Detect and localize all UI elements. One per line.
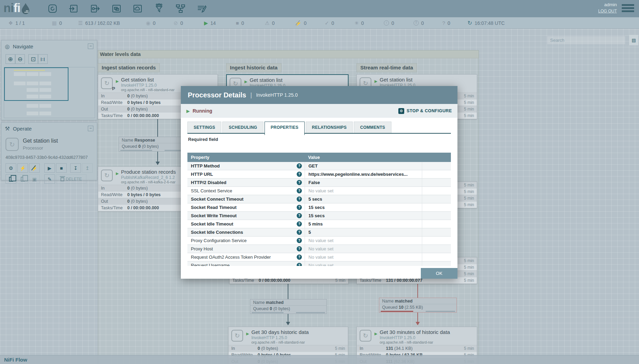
property-row[interactable]: Proxy Host ? No value set <box>187 245 451 253</box>
help-icon[interactable]: ? <box>297 172 302 177</box>
property-row[interactable]: Socket Connect Timeout ? 5 secs <box>187 195 451 203</box>
logout-link[interactable]: LOG OUT <box>598 9 617 13</box>
dialog-tab[interactable]: PROPERTIES <box>265 122 305 135</box>
running-status-icon: ▶ <box>186 108 190 114</box>
total-queued: ☰ 613 / 162.02 KB <box>78 17 120 29</box>
property-value: 5 <box>308 230 311 235</box>
help-icon[interactable]: ? <box>297 180 302 185</box>
remote-process-group-draggable-icon[interactable] <box>132 3 143 15</box>
zoom-actual-size-button[interactable]: |:| <box>38 54 48 64</box>
property-value: No value set <box>308 255 333 260</box>
group-label[interactable]: Ingest station records <box>98 63 160 72</box>
property-row[interactable]: Proxy Configuration Service ? No value s… <box>187 237 451 245</box>
breadcrumb[interactable]: NiFi Flow <box>4 357 27 363</box>
stop-and-configure-button[interactable]: ⚙ STOP & CONFIGURE <box>398 108 452 114</box>
help-icon[interactable]: ? <box>297 213 302 218</box>
connection-label[interactable]: Name matched Queued 0 (0 bytes) <box>250 299 327 314</box>
configure-button[interactable]: ⚙ <box>6 163 16 173</box>
process-group-draggable-icon[interactable] <box>111 3 122 15</box>
backpressure-bars <box>250 312 326 314</box>
property-value: 5 secs <box>308 197 322 202</box>
help-icon[interactable]: ? <box>297 263 302 266</box>
bulletin-board-button[interactable]: ▤ <box>629 35 638 45</box>
help-icon[interactable]: ? <box>297 188 302 193</box>
status-count: 0 <box>391 20 394 26</box>
dialog-subtitle: InvokeHTTP 1.25.0 <box>256 92 298 98</box>
property-row[interactable]: Socket Write Timeout ? 15 secs <box>187 212 451 220</box>
start-button[interactable]: ▶ <box>44 163 55 173</box>
property-row[interactable]: HTTP Method ? GET <box>187 162 451 170</box>
group-label[interactable]: Stream real-time data <box>356 63 417 72</box>
property-row[interactable]: HTTP URL ? https://www.pegelonline.wsv.d… <box>187 170 451 179</box>
help-icon[interactable]: ? <box>297 197 302 202</box>
connection-arrow-icon <box>156 162 160 165</box>
help-icon[interactable]: ? <box>297 230 302 235</box>
ok-button[interactable]: OK <box>421 268 457 279</box>
label-draggable-icon[interactable] <box>196 3 207 15</box>
template-draggable-icon[interactable] <box>175 3 186 15</box>
status-icon: ❖ <box>8 20 13 26</box>
processor-bundle: org.apache.nifi - nifi-standard-nar <box>251 340 305 344</box>
status-count: 0 <box>332 20 334 26</box>
disable-button[interactable]: ⚡ <box>29 163 40 173</box>
collapse-navigate-button[interactable]: − <box>88 44 93 49</box>
status-count: 613 / 162.02 KB <box>85 20 120 26</box>
zoom-fit-button[interactable]: ⊡ <box>28 54 38 64</box>
delete-button[interactable]: DELETE <box>56 174 86 184</box>
property-row[interactable]: Socket Idle Connections ? 5 <box>187 228 451 237</box>
zoom-out-button[interactable]: ⊖ <box>15 54 25 64</box>
connection-name-value: matched <box>266 300 284 305</box>
zoom-in-button[interactable]: ⊕ <box>6 54 15 64</box>
help-icon[interactable]: ? <box>297 221 302 227</box>
help-icon[interactable]: ? <box>297 255 302 260</box>
connection-name-value: Response <box>135 138 155 143</box>
fill-color-button[interactable]: ✎ <box>44 174 55 184</box>
dialog-tab[interactable]: RELATIONSHIPS <box>306 122 353 133</box>
upload-template-button[interactable]: ↥ <box>82 163 93 173</box>
help-icon[interactable]: ? <box>297 163 302 169</box>
property-row[interactable]: HTTP/2 Disabled ? False <box>187 179 451 187</box>
transmitting-remote-ports: ◉ 0 <box>146 17 156 29</box>
funnel-draggable-icon[interactable] <box>153 3 165 15</box>
global-menu-icon[interactable] <box>622 4 634 13</box>
output-port-draggable-icon[interactable] <box>89 3 101 15</box>
operate-title: Operate <box>13 126 31 132</box>
group-button[interactable]: ▣ <box>29 174 40 184</box>
help-icon[interactable]: ? <box>297 238 302 243</box>
stop-button[interactable]: ■ <box>56 163 67 173</box>
collapse-operate-button[interactable]: − <box>88 126 93 131</box>
processor-name: Get station list <box>121 77 154 83</box>
property-row[interactable]: Socket Read Timeout ? 15 secs <box>187 203 451 212</box>
property-value: GET <box>308 163 318 169</box>
birdseye-minimap[interactable] <box>4 67 95 118</box>
property-row[interactable]: Request Username ? No value set <box>187 261 451 266</box>
property-row[interactable]: Request OAuth2 Access Token Provider ? N… <box>187 253 451 261</box>
property-name: HTTP Method <box>191 163 220 169</box>
connection-queued-label: Queued <box>122 144 137 149</box>
dialog-tab[interactable]: COMMENTS <box>354 122 391 133</box>
input-port-draggable-icon[interactable] <box>68 3 80 15</box>
not-transmitting-remote-ports: ⊘ 0 <box>174 17 183 29</box>
status-count: 1 / 1 <box>15 20 25 26</box>
minimap-node <box>39 104 51 108</box>
minimap-viewport[interactable] <box>4 67 68 101</box>
help-icon[interactable]: ? <box>297 205 302 210</box>
property-row[interactable]: SSL Context Service ? No value set <box>187 187 451 195</box>
group-label[interactable]: Ingest historic data <box>226 63 281 72</box>
enable-button[interactable]: ⚡ <box>17 163 28 173</box>
save-template-button[interactable]: ↧ <box>70 163 81 173</box>
help-icon[interactable]: ? <box>297 246 302 251</box>
dialog-tab[interactable]: SCHEDULING <box>222 122 263 133</box>
running-components: ▶ 14 <box>204 17 216 29</box>
processor-draggable-icon[interactable] <box>47 3 58 15</box>
copy-button[interactable] <box>6 174 16 184</box>
connection-name-label: Name <box>382 299 393 304</box>
dialog-title: Processor Details <box>188 91 246 99</box>
connection-label[interactable]: Name matched Queued 10 (2.55 KB) <box>379 298 457 313</box>
search-input[interactable] <box>547 36 625 44</box>
dialog-tab[interactable]: SETTINGS <box>187 122 221 133</box>
property-row[interactable]: Socket Idle Timeout ? 5 mins <box>187 220 451 228</box>
paste-button[interactable] <box>17 174 28 184</box>
dialog-status-row: ▶ Running ⚙ STOP & CONFIGURE <box>181 104 457 118</box>
status-icon: ⊘ <box>174 20 178 26</box>
